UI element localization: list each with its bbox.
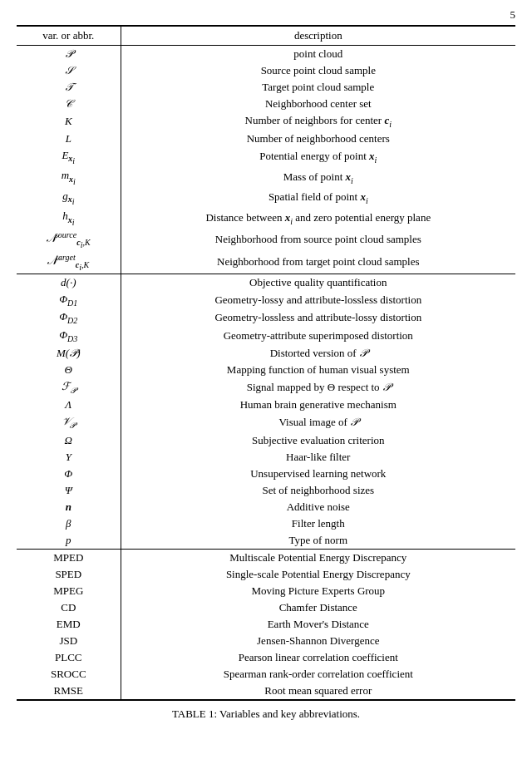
table-row: ℱ𝒫 Signal mapped by Θ respect to 𝒫	[17, 378, 515, 397]
desc-cell: Signal mapped by Θ respect to 𝒫	[121, 378, 515, 397]
table-row: JSD Jensen-Shannon Divergence	[17, 633, 515, 649]
desc-cell: Geometry-lossy and attribute-lossless di…	[121, 291, 515, 309]
var-cell: 𝒮	[17, 62, 121, 79]
desc-cell: Chamfer Distance	[121, 599, 515, 616]
var-cell: p	[17, 532, 121, 550]
desc-cell: Distorted version of 𝒫	[121, 345, 515, 362]
table-row: mxi Mass of point xi	[17, 167, 515, 188]
desc-cell: Mapping function of human visual system	[121, 362, 515, 378]
table-caption: TABLE 1: Variables and key abbreviations…	[172, 707, 360, 721]
table-row: Λ Human brain generative mechanism	[17, 397, 515, 413]
table-row: 𝒞 Neighborhood center set	[17, 96, 515, 112]
col-header-desc: description	[121, 26, 515, 46]
col-header-var: var. or abbr.	[17, 26, 121, 46]
desc-cell: Objective quality quantification	[121, 274, 515, 291]
desc-cell: Spatial field of point xi	[121, 188, 515, 209]
var-cell: β	[17, 515, 121, 532]
var-cell: Υ	[17, 449, 121, 466]
var-cell: EMD	[17, 616, 121, 633]
table-row: ΦD2 Geometry-lossless and attribute-loss…	[17, 308, 515, 327]
desc-cell: Number of neighborhood centers	[121, 131, 515, 147]
variables-table: var. or abbr. description 𝒫 point cloud …	[17, 25, 515, 701]
desc-cell: Root mean squared error	[121, 683, 515, 700]
var-cell: SROCC	[17, 666, 121, 683]
var-cell: Φ	[17, 466, 121, 482]
table-row: n Additive noise	[17, 499, 515, 515]
var-cell: gxi	[17, 188, 121, 209]
var-cell: 𝒩targetci,K	[17, 251, 121, 274]
table-row: Exi Potential energy of point xi	[17, 147, 515, 168]
desc-cell: Moving Picture Experts Group	[121, 583, 515, 599]
table-row: Φ Unsupervised learning network	[17, 466, 515, 482]
var-cell: Λ	[17, 397, 121, 413]
desc-cell: Geometry-attribute superimposed distorti…	[121, 327, 515, 345]
table-row: SPED Single-scale Potential Energy Discr…	[17, 566, 515, 583]
desc-cell: Number of neighbors for center ci	[121, 112, 515, 131]
var-cell: 𝒱𝒫	[17, 413, 121, 432]
desc-cell: Multiscale Potential Energy Discrepancy	[121, 549, 515, 566]
table-row: 𝒫 point cloud	[17, 46, 515, 63]
table-row: MPED Multiscale Potential Energy Discrep…	[17, 549, 515, 566]
table-row: β Filter length	[17, 515, 515, 532]
desc-cell: Distance between xi and zero potential e…	[121, 208, 515, 229]
var-cell: L	[17, 131, 121, 147]
var-cell: Exi	[17, 147, 121, 168]
table-row: ΦD3 Geometry-attribute superimposed dist…	[17, 327, 515, 345]
table-row: CD Chamfer Distance	[17, 599, 515, 616]
desc-cell: Filter length	[121, 515, 515, 532]
desc-cell: Human brain generative mechanism	[121, 397, 515, 413]
var-cell: Ψ	[17, 482, 121, 499]
var-cell: 𝒩sourceci,K	[17, 229, 121, 251]
table-row: L Number of neighborhood centers	[17, 131, 515, 147]
desc-cell: Geometry-lossless and attribute-lossy di…	[121, 308, 515, 327]
var-cell: M(𝒫)	[17, 345, 121, 362]
desc-cell: Single-scale Potential Energy Discrepanc…	[121, 566, 515, 583]
var-cell: mxi	[17, 167, 121, 188]
table-row: K Number of neighbors for center ci	[17, 112, 515, 131]
table-row: Υ Haar-like filter	[17, 449, 515, 466]
var-cell: RMSE	[17, 683, 121, 700]
table-row: 𝒮 Source point cloud sample	[17, 62, 515, 79]
desc-cell: point cloud	[121, 46, 515, 63]
table-row: 𝒩sourceci,K Neighborhood from source poi…	[17, 229, 515, 251]
desc-cell: Visual image of 𝒫	[121, 413, 515, 432]
desc-cell: Mass of point xi	[121, 167, 515, 188]
desc-cell: Additive noise	[121, 499, 515, 515]
desc-cell: Jensen-Shannon Divergence	[121, 633, 515, 649]
var-cell: MPEG	[17, 583, 121, 599]
table-row: ΦD1 Geometry-lossy and attribute-lossles…	[17, 291, 515, 309]
var-cell: 𝒯	[17, 79, 121, 96]
var-cell: SPED	[17, 566, 121, 583]
var-cell: PLCC	[17, 649, 121, 666]
var-cell: K	[17, 112, 121, 131]
table-row: EMD Earth Mover's Distance	[17, 616, 515, 633]
var-cell: ΦD2	[17, 308, 121, 327]
desc-cell: Subjective evaluation criterion	[121, 432, 515, 449]
table-row: Ψ Set of neighborhood sizes	[17, 482, 515, 499]
var-cell: ℱ𝒫	[17, 378, 121, 397]
var-cell: CD	[17, 599, 121, 616]
table-row: 𝒱𝒫 Visual image of 𝒫	[17, 413, 515, 432]
page-number: 5	[17, 8, 515, 22]
table-row: PLCC Pearson linear correlation coeffici…	[17, 649, 515, 666]
table-row: gxi Spatial field of point xi	[17, 188, 515, 209]
desc-cell: Earth Mover's Distance	[121, 616, 515, 633]
table-row: MPEG Moving Picture Experts Group	[17, 583, 515, 599]
var-cell: 𝒞	[17, 96, 121, 112]
desc-cell: Neighborhood from source point cloud sam…	[121, 229, 515, 251]
var-cell: MPED	[17, 549, 121, 566]
table-row: d(·) Objective quality quantification	[17, 274, 515, 291]
table-row: hxi Distance between xi and zero potenti…	[17, 208, 515, 229]
table-row: p Type of norm	[17, 532, 515, 550]
desc-cell: Target point cloud sample	[121, 79, 515, 96]
table-row: 𝒩targetci,K Neighborhood from target poi…	[17, 251, 515, 274]
var-cell: JSD	[17, 633, 121, 649]
var-cell: 𝒫	[17, 46, 121, 63]
desc-cell: Neighborhood center set	[121, 96, 515, 112]
desc-cell: Type of norm	[121, 532, 515, 550]
var-cell: ΦD3	[17, 327, 121, 345]
desc-cell: Spearman rank-order correlation coeffici…	[121, 666, 515, 683]
table-row: 𝒯 Target point cloud sample	[17, 79, 515, 96]
table-row: Θ Mapping function of human visual syste…	[17, 362, 515, 378]
table-row: SROCC Spearman rank-order correlation co…	[17, 666, 515, 683]
